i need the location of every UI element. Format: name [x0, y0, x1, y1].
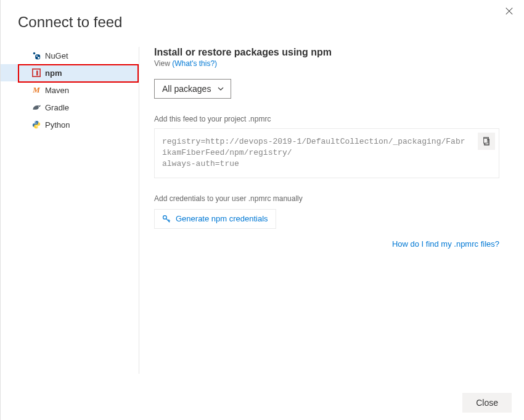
svg-point-7: [35, 121, 36, 122]
chevron-down-icon: [217, 85, 224, 93]
sidebar-item-label: Gradle: [45, 103, 69, 112]
sidebar-item-gradle[interactable]: Gradle: [1, 99, 139, 116]
connect-to-feed-dialog: Connect to feed NuGet npm M Maven: [0, 0, 524, 420]
whats-this-link[interactable]: (What's this?): [172, 59, 217, 68]
section-add-feed-label: Add this feed to your project .npmrc: [154, 115, 499, 123]
sidebar-item-label: Maven: [45, 86, 69, 95]
code-content: registry=http://devops-2019-1/DefaultCol…: [162, 137, 465, 168]
view-row: View (What's this?): [154, 59, 499, 68]
main-content: Install or restore packages using npm Vi…: [139, 47, 524, 374]
svg-rect-11: [484, 138, 488, 143]
copy-button[interactable]: [478, 133, 495, 150]
key-icon: [162, 215, 171, 223]
svg-rect-1: [35, 54, 40, 59]
svg-point-6: [38, 106, 38, 107]
sidebar-item-label: npm: [45, 68, 62, 78]
feed-type-sidebar: NuGet npm M Maven Gradle: [1, 47, 139, 374]
dropdown-label: All packages: [162, 84, 211, 94]
sidebar-item-maven[interactable]: M Maven: [1, 81, 139, 99]
generate-credentials-button[interactable]: Generate npm credentials: [154, 209, 276, 229]
find-npmrc-help-link[interactable]: How do I find my .npmrc files?: [392, 239, 499, 249]
sidebar-item-npm[interactable]: npm: [1, 64, 139, 81]
dialog-title: Connect to feed: [1, 0, 524, 31]
view-dropdown[interactable]: All packages: [154, 79, 231, 99]
python-icon: [31, 120, 41, 130]
npmrc-code-box[interactable]: registry=http://devops-2019-1/DefaultCol…: [154, 128, 499, 178]
svg-point-2: [36, 56, 38, 57]
copy-icon: [482, 137, 491, 146]
svg-point-3: [38, 57, 39, 59]
gradle-icon: [31, 102, 41, 112]
svg-rect-5: [36, 71, 38, 76]
section-credentials-label: Add credentials to your user .npmrc manu…: [154, 194, 499, 203]
sidebar-item-python[interactable]: Python: [1, 116, 139, 133]
maven-icon: M: [31, 85, 41, 95]
npm-icon: [31, 68, 41, 78]
close-icon: [505, 7, 514, 15]
generate-credentials-label: Generate npm credentials: [176, 214, 268, 223]
close-button[interactable]: Close: [462, 393, 512, 413]
sidebar-item-nuget[interactable]: NuGet: [1, 47, 139, 64]
dialog-close-button[interactable]: [503, 5, 515, 17]
svg-point-8: [37, 127, 38, 128]
sidebar-item-label: NuGet: [45, 51, 68, 60]
svg-point-12: [163, 215, 167, 219]
nuget-icon: [31, 51, 41, 60]
view-label: View: [154, 59, 170, 68]
svg-point-0: [33, 52, 36, 55]
sidebar-item-label: Python: [45, 120, 70, 130]
main-heading: Install or restore packages using npm: [154, 47, 499, 58]
